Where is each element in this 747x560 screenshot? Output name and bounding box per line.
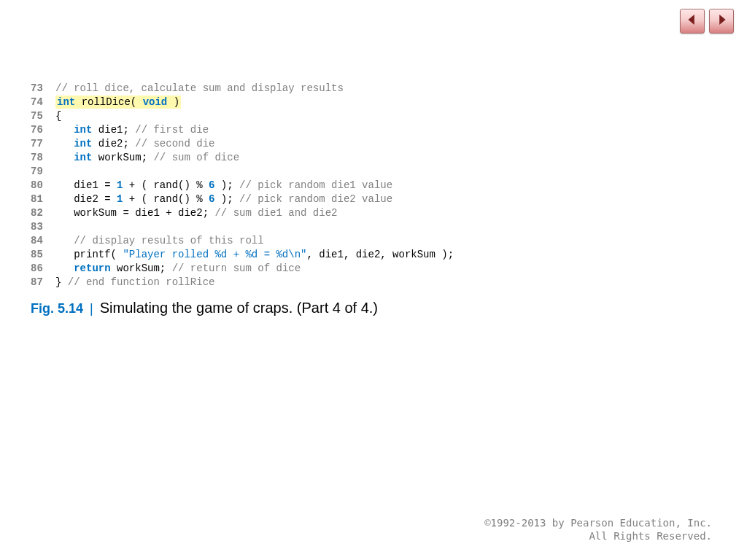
code-line: 73// roll dice, calculate sum and displa… [31,82,716,96]
code-content: // roll dice, calculate sum and display … [55,82,344,94]
line-number: 82 [31,206,55,220]
line-number: 86 [31,262,55,276]
code-line: 80 die1 = 1 + ( rand() % 6 ); // pick ra… [31,179,716,192]
copyright-line-2: All Rights Reserved. [484,529,712,542]
code-content: workSum = die1 + die2; // sum die1 and d… [55,207,337,219]
slide-content: 73// roll dice, calculate sum and displa… [31,82,716,316]
code-line: 86 return workSum; // return sum of dice [31,262,716,276]
code-line: 87} // end function rollRice [31,276,716,289]
prev-slide-button[interactable] [680,9,705,34]
figure-caption: Fig. 5.14 | Simulating the game of craps… [31,300,716,316]
code-content: die1 = 1 + ( rand() % 6 ); // pick rando… [55,179,392,191]
figure-number: Fig. 5.14 [31,301,83,316]
line-number: 87 [31,276,55,289]
code-content: // display results of this roll [55,235,264,246]
figure-title: Simulating the game of craps. (Part 4 of… [100,300,378,316]
line-number: 75 [31,109,55,123]
code-line: 76 int die1; // first die [31,123,716,137]
code-line: 82 workSum = die1 + die2; // sum die1 an… [31,206,716,220]
code-line: 77 int die2; // second die [31,137,716,151]
code-listing: 73// roll dice, calculate sum and displa… [31,82,716,289]
line-number: 83 [31,220,55,234]
arrow-right-icon [716,15,727,28]
copyright: ©1992-2013 by Pearson Education, Inc. Al… [484,516,712,542]
code-content: return workSum; // return sum of dice [55,262,301,274]
code-line: 81 die2 = 1 + ( rand() % 6 ); // pick ra… [31,192,716,206]
line-number: 80 [31,179,55,192]
line-number: 85 [31,248,55,262]
nav-buttons [680,9,734,34]
code-content: die2 = 1 + ( rand() % 6 ); // pick rando… [55,193,392,205]
code-line: 84 // display results of this roll [31,234,716,248]
code-content: printf( "Player rolled %d + %d = %d\n", … [55,249,454,260]
code-content: } // end function rollRice [55,276,214,288]
code-line: 79 [31,165,716,179]
line-number: 79 [31,165,55,179]
line-number: 84 [31,234,55,248]
code-line: 85 printf( "Player rolled %d + %d = %d\n… [31,248,716,262]
line-number: 74 [31,96,55,109]
line-number: 76 [31,123,55,137]
code-content: { [55,110,61,122]
line-number: 73 [31,82,55,96]
code-content: int rollDice( void ) [55,96,181,109]
code-content: int workSum; // sum of dice [55,152,239,163]
line-number: 77 [31,137,55,151]
arrow-left-icon [687,15,697,28]
code-content: int die1; // first die [55,124,209,136]
code-content: int die2; // second die [55,138,214,149]
code-line: 78 int workSum; // sum of dice [31,151,716,165]
line-number: 78 [31,151,55,165]
figure-separator: | [83,301,100,316]
copyright-line-1: ©1992-2013 by Pearson Education, Inc. [484,516,712,529]
next-slide-button[interactable] [709,9,734,34]
line-number: 81 [31,192,55,206]
code-line: 75{ [31,109,716,123]
code-line: 74int rollDice( void ) [31,96,716,109]
code-line: 83 [31,220,716,234]
